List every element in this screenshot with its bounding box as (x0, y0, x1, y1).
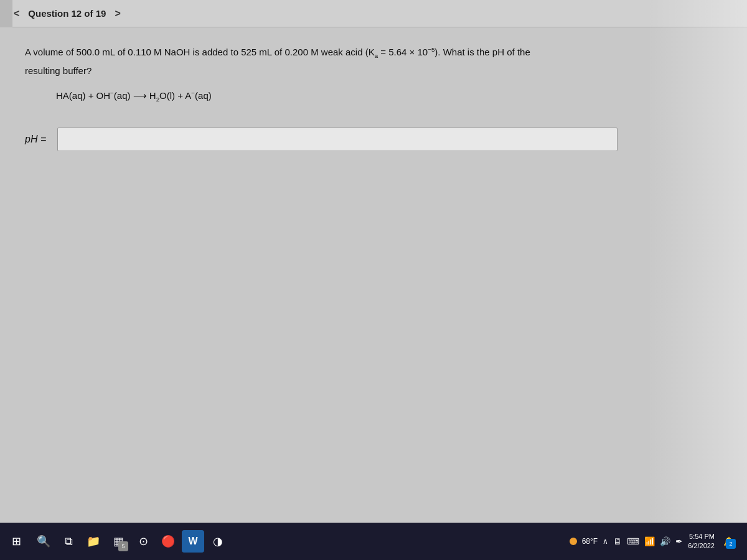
weather-temp: 68°F (582, 537, 598, 546)
chrome-icon: ⊙ (139, 534, 148, 548)
start-icon: ⊞ (12, 534, 21, 548)
date-display: 6/2/2022 (688, 541, 715, 551)
app2-icon: ◑ (213, 534, 223, 548)
task-view-button[interactable]: ⧉ (57, 530, 80, 553)
file-explorer-button[interactable]: 📁 (82, 530, 105, 553)
search-button[interactable]: 🔍 (32, 530, 55, 553)
desktop-icon[interactable]: 🖥 (613, 536, 622, 546)
question-line1: A volume of 500.0 mL of 0.110 M NaOH is … (25, 45, 616, 61)
volume-icon[interactable]: 🔊 (660, 536, 670, 546)
ph-answer-input[interactable] (57, 128, 618, 151)
app1-icon: 🔴 (161, 534, 175, 548)
chrome-button[interactable]: ⊙ (132, 530, 154, 553)
system-tray: 68°F ∧ 🖥 ⌨ 📶 🔊 ✒ 5:54 PM 6/2/2022 🔔 2 (570, 532, 742, 551)
start-button[interactable]: ⊞ (5, 530, 27, 553)
chevron-up-icon[interactable]: ∧ (603, 537, 608, 546)
task-view-icon: ⧉ (65, 535, 73, 548)
time-date[interactable]: 5:54 PM 6/2/2022 (688, 532, 715, 551)
network-icon[interactable]: 📶 (644, 536, 655, 546)
ph-label: pH = (25, 134, 50, 145)
app1-button[interactable]: 🔴 (157, 530, 179, 553)
time-display: 5:54 PM (688, 532, 715, 541)
widgets-badge: 5 (118, 541, 128, 551)
search-icon: 🔍 (37, 534, 50, 548)
question-line2: resulting buffer? (25, 63, 616, 78)
widgets-button[interactable]: ▦ 5 (107, 530, 129, 553)
pen-icon[interactable]: ✒ (675, 536, 683, 546)
question-counter: Question 12 of 19 (28, 8, 106, 19)
screen: < Question 12 of 19 > A volume of 500.0 … (0, 0, 747, 523)
taskbar: ⊞ 🔍 ⧉ 📁 ▦ 5 ⊙ 🔴 W ◑ 68°F ∧ 🖥 ⌨ 📶 (0, 523, 747, 560)
notification-button[interactable]: 🔔 2 (720, 533, 737, 550)
file-explorer-icon: 📁 (87, 534, 100, 548)
top-nav: < Question 12 of 19 > (0, 0, 747, 27)
weather-dot (570, 538, 577, 545)
answer-row: pH = (25, 128, 722, 151)
reaction-equation: HA(aq) + OH−(aq) ⟶ H2O(l) + A−(aq) (56, 90, 722, 103)
notification-badge: 2 (726, 539, 736, 549)
content-area: A volume of 500.0 mL of 0.110 M NaOH is … (0, 27, 747, 523)
app2-button[interactable]: ◑ (207, 530, 229, 553)
question-text: A volume of 500.0 mL of 0.110 M NaOH is … (25, 45, 616, 78)
input-method-icon[interactable]: ⌨ (627, 536, 639, 546)
next-arrow[interactable]: > (111, 7, 124, 21)
word-button[interactable]: W (182, 530, 204, 553)
word-icon: W (188, 536, 197, 547)
